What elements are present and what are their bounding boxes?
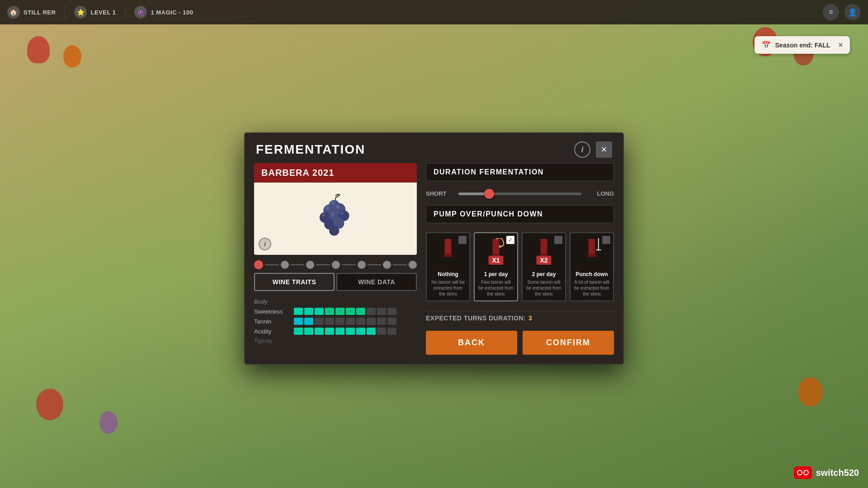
bar: × <box>356 308 365 315</box>
sweetness-label: Sweetness <box>254 308 290 315</box>
bar <box>367 328 376 335</box>
svg-rect-18 <box>445 239 450 253</box>
progress-dots <box>254 255 417 273</box>
pump-option-punchdown[interactable]: ■ <box>570 232 614 301</box>
pump-title: PUMP OVER/PUNCH DOWN <box>434 210 543 218</box>
dot-line <box>342 264 356 265</box>
dot-line <box>291 264 305 265</box>
wine-name: BARBERA 2021 <box>261 168 334 178</box>
sweetness-row: Sweetness × × × × <box>254 308 417 315</box>
expected-turns-label: EXPECTED TURNS DURATION: <box>426 314 526 322</box>
tannin-bars: × <box>294 318 396 325</box>
pump-2perday-name: 2 per day <box>526 271 561 277</box>
grape-info-button[interactable]: i <box>259 238 271 250</box>
x2-label: X2 <box>536 256 551 265</box>
svg-point-12 <box>322 213 325 216</box>
bar <box>356 318 365 325</box>
svg-rect-20 <box>493 254 500 255</box>
pump-nothing-desc: No tannin will be extracted from the ski… <box>430 279 466 297</box>
pump-option-nothing[interactable]: ■ Nothing No tann <box>426 232 470 301</box>
pump-option-2perday[interactable]: ■ X2 2 per day Some <box>522 232 566 301</box>
info-button[interactable]: i <box>574 141 590 158</box>
dot-6 <box>383 261 391 269</box>
dialog-overlay: FERMENTATION i × BARBERA 2021 <box>0 0 868 488</box>
header-actions: i × <box>574 141 612 158</box>
pump-options: ■ Nothing No tann <box>426 229 614 305</box>
pump-icon-2perday: X2 <box>528 237 560 268</box>
bar <box>367 318 376 325</box>
bar <box>367 308 376 315</box>
svg-rect-17 <box>443 255 453 257</box>
bar <box>387 308 396 315</box>
wine-glass-svg <box>578 238 605 267</box>
pump-icon-punchdown <box>576 237 608 268</box>
tab-wine-traits[interactable]: Wine Traits <box>254 273 335 291</box>
svg-point-22 <box>499 245 502 248</box>
right-panel: DURATION FERMENTATION SHORT LONG PUM <box>417 163 614 355</box>
fermentation-dialog: FERMENTATION i × BARBERA 2021 <box>244 132 624 365</box>
dot-3 <box>306 261 314 269</box>
acidity-row: Acidity <box>254 328 417 335</box>
svg-point-14 <box>341 212 344 215</box>
bar <box>377 318 386 325</box>
bar <box>304 308 313 315</box>
duration-slider[interactable] <box>458 192 581 195</box>
pump-option-1perday[interactable]: ✓ X1 <box>474 232 518 301</box>
bar <box>304 328 313 335</box>
bar: × <box>335 308 344 315</box>
bar <box>315 318 324 325</box>
tipicity-label: Tipicity <box>254 338 290 344</box>
expected-turns-row: EXPECTED TURNS DURATION: 3 <box>426 311 614 324</box>
back-button[interactable]: BACK <box>426 331 517 355</box>
pump-1perday-desc: Few tannin will be extracted from the sk… <box>478 279 514 297</box>
close-button[interactable]: × <box>596 141 612 158</box>
tannin-label: Tannin <box>254 318 290 325</box>
bar <box>325 318 334 325</box>
svg-rect-27 <box>589 254 595 255</box>
wine-glass-svg <box>434 238 462 267</box>
pump-header: PUMP OVER/PUNCH DOWN <box>426 205 614 223</box>
bar <box>294 308 303 315</box>
bar <box>377 308 386 315</box>
short-label: SHORT <box>426 190 453 197</box>
bar: × <box>304 318 313 325</box>
dot-7 <box>409 261 417 269</box>
bar <box>325 328 334 335</box>
pump-punchdown-desc: A lot of tannin will be extracted from t… <box>574 279 609 297</box>
duration-header: DURATION FERMENTATION <box>426 163 614 181</box>
tab-wine-data[interactable]: Wine Data <box>336 273 417 291</box>
confirm-button[interactable]: CONFIRM <box>523 331 614 355</box>
dot-5 <box>358 261 366 269</box>
acidity-label: Acidity <box>254 328 290 335</box>
dot-4 <box>332 261 340 269</box>
bar <box>315 328 324 335</box>
bar <box>356 328 365 335</box>
bar <box>315 308 324 315</box>
grape-image-container: i <box>254 183 417 255</box>
bar <box>346 318 355 325</box>
dot-2 <box>281 261 289 269</box>
duration-title: DURATION FERMENTATION <box>434 168 544 176</box>
pump-1perday-name: 1 per day <box>478 271 514 277</box>
pump-section: PUMP OVER/PUNCH DOWN ■ <box>426 205 614 305</box>
dot-1 <box>254 260 263 269</box>
tabs: Wine Traits Wine Data <box>254 273 417 291</box>
x1-label: X1 <box>488 256 503 265</box>
bar <box>335 318 344 325</box>
long-label: LONG <box>587 190 614 197</box>
slider-thumb[interactable] <box>484 189 494 199</box>
svg-rect-16 <box>445 254 452 255</box>
dot-line <box>316 264 330 265</box>
bar: × <box>346 308 355 315</box>
dot-line <box>368 264 382 265</box>
dialog-header: FERMENTATION i × <box>245 133 623 163</box>
pump-2perday-desc: Some tannin will be extracted from the s… <box>526 279 561 297</box>
pump-nothing-name: Nothing <box>430 271 466 277</box>
bar <box>346 328 355 335</box>
svg-rect-19 <box>493 239 500 253</box>
svg-rect-26 <box>589 239 595 253</box>
dialog-body: BARBERA 2021 <box>245 163 623 364</box>
acidity-bars <box>294 328 396 335</box>
svg-point-9 <box>326 206 329 209</box>
action-buttons: BACK CONFIRM <box>426 331 614 355</box>
